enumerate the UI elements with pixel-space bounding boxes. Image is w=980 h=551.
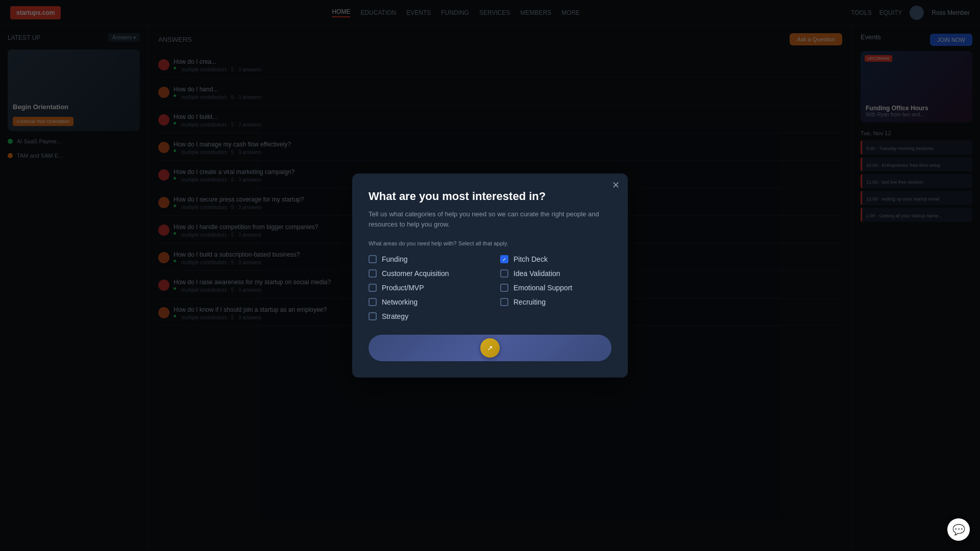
checkbox-idea-validation[interactable]: Idea Validation [500, 269, 611, 278]
modal-subtitle: Tell us what categories of help you need… [369, 209, 611, 229]
checkbox-funding-box[interactable] [369, 255, 377, 263]
checkbox-strategy-label: Strategy [382, 312, 408, 320]
checkbox-strategy-box[interactable] [369, 312, 377, 320]
checkbox-emotional-support-box[interactable] [500, 284, 508, 292]
checkbox-funding-label: Funding [382, 255, 408, 263]
modal-overlay[interactable]: ✕ What are you most interested in? Tell … [0, 0, 980, 551]
modal-question: What areas do you need help with? Select… [369, 239, 611, 247]
submit-btn-knob: ↗ [480, 338, 500, 358]
modal-title: What are you most interested in? [369, 190, 611, 203]
submit-btn-wrap: ↗ [369, 335, 611, 361]
chat-icon[interactable]: 💬 [947, 518, 970, 541]
checkbox-idea-validation-box[interactable] [500, 269, 508, 278]
checkbox-recruiting-box[interactable] [500, 298, 508, 306]
checkbox-funding[interactable]: Funding [369, 255, 480, 263]
checkbox-pitch-deck-label: Pitch Deck [513, 255, 548, 263]
checkbox-product-mvp[interactable]: Product/MVP [369, 284, 480, 292]
checkbox-networking[interactable]: Networking [369, 298, 480, 306]
checkbox-product-mvp-label: Product/MVP [382, 284, 424, 292]
submit-button[interactable]: ↗ [369, 335, 611, 361]
checkbox-product-mvp-box[interactable] [369, 284, 377, 292]
checkbox-customer-acquisition-box[interactable] [369, 269, 377, 278]
checkbox-emotional-support-label: Emotional Support [513, 284, 572, 292]
checkboxes-grid: Funding Pitch Deck Customer Acquisition … [369, 255, 611, 320]
modal-close-btn[interactable]: ✕ [612, 181, 620, 190]
cursor-icon: ↗ [487, 344, 493, 352]
checkbox-emotional-support[interactable]: Emotional Support [500, 284, 611, 292]
checkbox-recruiting[interactable]: Recruiting [500, 298, 611, 306]
checkbox-customer-acquisition-label: Customer Acquisition [382, 269, 449, 278]
interest-modal: ✕ What are you most interested in? Tell … [352, 173, 628, 378]
checkbox-pitch-deck[interactable]: Pitch Deck [500, 255, 611, 263]
checkbox-recruiting-label: Recruiting [513, 298, 546, 306]
checkbox-idea-validation-label: Idea Validation [513, 269, 560, 278]
checkbox-pitch-deck-box[interactable] [500, 255, 508, 263]
checkbox-strategy[interactable]: Strategy [369, 312, 480, 320]
checkbox-customer-acquisition[interactable]: Customer Acquisition [369, 269, 480, 278]
checkbox-networking-box[interactable] [369, 298, 377, 306]
checkbox-networking-label: Networking [382, 298, 418, 306]
